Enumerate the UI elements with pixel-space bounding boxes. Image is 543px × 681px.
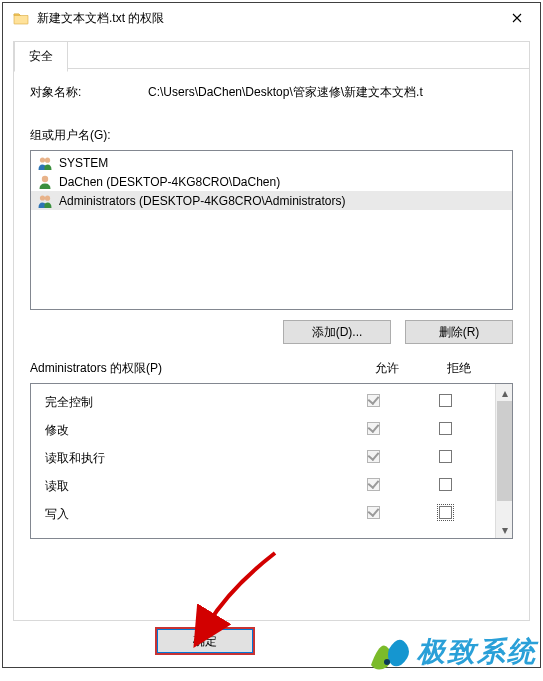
deny-checkbox[interactable]	[439, 478, 452, 491]
allow-checkbox[interactable]	[367, 450, 380, 463]
deny-checkbox[interactable]	[439, 394, 452, 407]
allow-checkbox[interactable]	[367, 394, 380, 407]
scroll-down-icon[interactable]: ▾	[496, 521, 513, 538]
object-name-label: 对象名称:	[30, 84, 148, 101]
close-button[interactable]	[494, 3, 540, 33]
list-item[interactable]: DaChen (DESKTOP-4KG8CRO\DaChen)	[31, 172, 512, 191]
deny-header: 拒绝	[423, 360, 495, 377]
group-buttons-row: 添加(D)... 删除(R)	[30, 320, 513, 344]
list-item-label: Administrators (DESKTOP-4KG8CRO\Administ…	[59, 194, 346, 208]
tab-strip-line	[14, 68, 529, 69]
scroll-thumb[interactable]	[497, 401, 512, 501]
scroll-up-icon[interactable]: ▴	[496, 384, 513, 401]
svg-point-3	[40, 195, 45, 200]
allow-header: 允许	[351, 360, 423, 377]
groups-listbox[interactable]: SYSTEMDaChen (DESKTOP-4KG8CRO\DaChen)Adm…	[30, 150, 513, 310]
permission-name: 写入	[45, 506, 337, 523]
permission-row: 读取	[31, 472, 495, 500]
object-name-path: C:\Users\DaChen\Desktop\管家速修\新建文本文档.t	[148, 84, 513, 101]
permissions-list: 完全控制修改读取和执行读取写入	[31, 384, 495, 538]
list-item-label: DaChen (DESKTOP-4KG8CRO\DaChen)	[59, 175, 280, 189]
groups-label: 组或用户名(G):	[30, 127, 513, 144]
svg-point-4	[45, 195, 50, 200]
allow-checkbox[interactable]	[367, 506, 380, 519]
permission-row: 完全控制	[31, 388, 495, 416]
window-title: 新建文本文档.txt 的权限	[37, 10, 494, 27]
allow-checkbox[interactable]	[367, 478, 380, 491]
tab-frame: 安全 对象名称: C:\Users\DaChen\Desktop\管家速修\新建…	[13, 41, 530, 621]
close-icon	[512, 13, 522, 23]
permissions-dialog: 新建文本文档.txt 的权限 安全 对象名称: C:\Users\DaChen\…	[2, 2, 541, 668]
permission-row: 读取和执行	[31, 444, 495, 472]
svg-point-5	[384, 659, 390, 665]
permission-name: 读取和执行	[45, 450, 337, 467]
tab-security[interactable]: 安全	[14, 41, 68, 72]
watermark-text: 极致系统	[417, 633, 537, 671]
svg-point-0	[40, 157, 45, 162]
list-item[interactable]: Administrators (DESKTOP-4KG8CRO\Administ…	[31, 191, 512, 210]
scroll-header-spacer	[495, 360, 513, 377]
permission-name: 完全控制	[45, 394, 337, 411]
remove-button[interactable]: 删除(R)	[405, 320, 513, 344]
deny-checkbox[interactable]	[439, 506, 452, 519]
permissions-header: Administrators 的权限(P) 允许 拒绝	[30, 360, 513, 377]
folder-icon	[13, 11, 29, 25]
permission-name: 读取	[45, 478, 337, 495]
add-button[interactable]: 添加(D)...	[283, 320, 391, 344]
object-name-row: 对象名称: C:\Users\DaChen\Desktop\管家速修\新建文本文…	[30, 84, 513, 101]
list-item-label: SYSTEM	[59, 156, 108, 170]
permission-row: 写入	[31, 500, 495, 528]
watermark-logo-icon	[365, 631, 411, 673]
permissions-box: 完全控制修改读取和执行读取写入 ▴ ▾	[30, 383, 513, 539]
user-icon	[37, 174, 53, 190]
svg-point-1	[45, 157, 50, 162]
titlebar: 新建文本文档.txt 的权限	[3, 3, 540, 33]
permissions-scrollbar[interactable]: ▴ ▾	[495, 384, 512, 538]
svg-point-2	[42, 175, 48, 181]
users-icon	[37, 155, 53, 171]
permissions-title: Administrators 的权限(P)	[30, 360, 351, 377]
permission-row: 修改	[31, 416, 495, 444]
users-icon	[37, 193, 53, 209]
ok-button[interactable]: 确定	[155, 627, 255, 655]
client-area: 安全 对象名称: C:\Users\DaChen\Desktop\管家速修\新建…	[3, 33, 540, 667]
deny-checkbox[interactable]	[439, 450, 452, 463]
list-item[interactable]: SYSTEM	[31, 153, 512, 172]
watermark: 极致系统	[365, 631, 537, 673]
tab-content: 对象名称: C:\Users\DaChen\Desktop\管家速修\新建文本文…	[14, 42, 529, 549]
permission-name: 修改	[45, 422, 337, 439]
deny-checkbox[interactable]	[439, 422, 452, 435]
allow-checkbox[interactable]	[367, 422, 380, 435]
